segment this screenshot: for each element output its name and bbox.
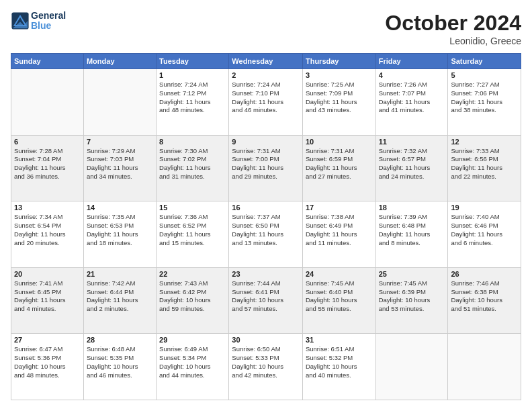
table-row: 16Sunrise: 7:37 AM Sunset: 6:50 PM Dayli… bbox=[229, 201, 303, 268]
day-number: 30 bbox=[232, 336, 300, 344]
table-row: 22Sunrise: 7:43 AM Sunset: 6:42 PM Dayli… bbox=[157, 267, 229, 334]
day-number: 16 bbox=[232, 203, 300, 212]
day-info: Sunrise: 7:35 AM Sunset: 6:53 PM Dayligh… bbox=[87, 213, 153, 247]
table-row: 17Sunrise: 7:38 AM Sunset: 6:49 PM Dayli… bbox=[302, 201, 375, 268]
day-number: 26 bbox=[451, 270, 518, 278]
day-info: Sunrise: 7:34 AM Sunset: 6:54 PM Dayligh… bbox=[14, 213, 81, 247]
day-info: Sunrise: 7:28 AM Sunset: 7:04 PM Dayligh… bbox=[14, 147, 81, 181]
day-info: Sunrise: 7:36 AM Sunset: 6:52 PM Dayligh… bbox=[159, 213, 226, 247]
day-info: Sunrise: 7:31 AM Sunset: 6:59 PM Dayligh… bbox=[306, 147, 373, 181]
table-row: 29Sunrise: 6:49 AM Sunset: 5:34 PM Dayli… bbox=[157, 334, 229, 400]
day-number: 2 bbox=[232, 71, 300, 79]
day-info: Sunrise: 7:42 AM Sunset: 6:44 PM Dayligh… bbox=[87, 279, 153, 314]
day-number: 8 bbox=[159, 138, 226, 146]
day-number: 22 bbox=[159, 270, 226, 278]
day-number: 13 bbox=[14, 203, 81, 212]
day-info: Sunrise: 7:26 AM Sunset: 7:07 PM Dayligh… bbox=[379, 81, 445, 115]
calendar-week-row: 13Sunrise: 7:34 AM Sunset: 6:54 PM Dayli… bbox=[11, 201, 521, 268]
day-info: Sunrise: 7:29 AM Sunset: 7:03 PM Dayligh… bbox=[87, 147, 153, 181]
day-number: 21 bbox=[87, 270, 153, 278]
calendar-week-row: 27Sunrise: 6:47 AM Sunset: 5:36 PM Dayli… bbox=[11, 334, 521, 400]
table-row: 6Sunrise: 7:28 AM Sunset: 7:04 PM Daylig… bbox=[11, 135, 84, 201]
table-row bbox=[375, 334, 448, 400]
day-number: 1 bbox=[159, 71, 226, 79]
day-number: 23 bbox=[232, 270, 300, 278]
table-row: 3Sunrise: 7:25 AM Sunset: 7:09 PM Daylig… bbox=[302, 69, 375, 136]
table-row bbox=[11, 69, 84, 136]
day-number: 11 bbox=[379, 138, 445, 146]
table-row: 7Sunrise: 7:29 AM Sunset: 7:03 PM Daylig… bbox=[83, 135, 156, 201]
day-number: 19 bbox=[451, 203, 518, 212]
table-row: 15Sunrise: 7:36 AM Sunset: 6:52 PM Dayli… bbox=[157, 201, 229, 268]
day-info: Sunrise: 7:38 AM Sunset: 6:49 PM Dayligh… bbox=[306, 213, 373, 247]
table-row: 21Sunrise: 7:42 AM Sunset: 6:44 PM Dayli… bbox=[83, 267, 156, 334]
day-info: Sunrise: 7:31 AM Sunset: 7:00 PM Dayligh… bbox=[232, 147, 300, 181]
day-info: Sunrise: 6:50 AM Sunset: 5:33 PM Dayligh… bbox=[232, 345, 300, 379]
day-number: 5 bbox=[451, 71, 518, 79]
table-row: 26Sunrise: 7:46 AM Sunset: 6:38 PM Dayli… bbox=[448, 267, 521, 334]
day-number: 24 bbox=[306, 270, 373, 278]
day-info: Sunrise: 6:48 AM Sunset: 5:35 PM Dayligh… bbox=[87, 345, 153, 379]
day-info: Sunrise: 7:32 AM Sunset: 6:57 PM Dayligh… bbox=[379, 147, 445, 181]
table-row: 20Sunrise: 7:41 AM Sunset: 6:45 PM Dayli… bbox=[11, 267, 84, 334]
day-number: 3 bbox=[306, 71, 373, 79]
day-number: 29 bbox=[159, 336, 226, 344]
day-number: 12 bbox=[451, 138, 518, 146]
col-monday: Monday bbox=[83, 54, 156, 69]
day-number: 17 bbox=[306, 203, 373, 212]
day-info: Sunrise: 7:44 AM Sunset: 6:41 PM Dayligh… bbox=[232, 279, 300, 314]
table-row: 14Sunrise: 7:35 AM Sunset: 6:53 PM Dayli… bbox=[83, 201, 156, 268]
table-row: 2Sunrise: 7:24 AM Sunset: 7:10 PM Daylig… bbox=[229, 69, 303, 136]
table-row: 24Sunrise: 7:45 AM Sunset: 6:40 PM Dayli… bbox=[302, 267, 375, 334]
day-info: Sunrise: 7:41 AM Sunset: 6:45 PM Dayligh… bbox=[14, 279, 81, 314]
table-row: 13Sunrise: 7:34 AM Sunset: 6:54 PM Dayli… bbox=[11, 201, 84, 268]
day-info: Sunrise: 7:40 AM Sunset: 6:46 PM Dayligh… bbox=[451, 213, 518, 247]
day-number: 14 bbox=[87, 203, 153, 212]
calendar-week-row: 1Sunrise: 7:24 AM Sunset: 7:12 PM Daylig… bbox=[11, 69, 521, 136]
logo: General Blue bbox=[11, 11, 66, 32]
table-row: 8Sunrise: 7:30 AM Sunset: 7:02 PM Daylig… bbox=[157, 135, 229, 201]
title-block: October 2024 Leonidio, Greece bbox=[385, 11, 521, 46]
day-info: Sunrise: 7:43 AM Sunset: 6:42 PM Dayligh… bbox=[159, 279, 226, 314]
table-row: 18Sunrise: 7:39 AM Sunset: 6:48 PM Dayli… bbox=[375, 201, 448, 268]
col-thursday: Thursday bbox=[302, 54, 375, 69]
day-number: 27 bbox=[14, 336, 81, 344]
day-info: Sunrise: 6:49 AM Sunset: 5:34 PM Dayligh… bbox=[159, 345, 226, 379]
table-row bbox=[83, 69, 156, 136]
day-info: Sunrise: 7:24 AM Sunset: 7:12 PM Dayligh… bbox=[159, 81, 226, 115]
day-number: 31 bbox=[306, 336, 373, 344]
calendar-week-row: 6Sunrise: 7:28 AM Sunset: 7:04 PM Daylig… bbox=[11, 135, 521, 201]
day-info: Sunrise: 7:27 AM Sunset: 7:06 PM Dayligh… bbox=[451, 81, 518, 115]
day-number: 25 bbox=[379, 270, 445, 278]
calendar: Sunday Monday Tuesday Wednesday Thursday… bbox=[11, 53, 521, 400]
table-row bbox=[448, 334, 521, 400]
day-number: 6 bbox=[14, 138, 81, 146]
day-info: Sunrise: 7:30 AM Sunset: 7:02 PM Dayligh… bbox=[159, 147, 226, 181]
day-number: 20 bbox=[14, 270, 81, 278]
table-row: 4Sunrise: 7:26 AM Sunset: 7:07 PM Daylig… bbox=[375, 69, 448, 136]
table-row: 23Sunrise: 7:44 AM Sunset: 6:41 PM Dayli… bbox=[229, 267, 303, 334]
table-row: 28Sunrise: 6:48 AM Sunset: 5:35 PM Dayli… bbox=[83, 334, 156, 400]
page: General Blue October 2024 Leonidio, Gree… bbox=[0, 0, 532, 411]
table-row: 31Sunrise: 6:51 AM Sunset: 5:32 PM Dayli… bbox=[302, 334, 375, 400]
day-info: Sunrise: 6:47 AM Sunset: 5:36 PM Dayligh… bbox=[14, 345, 81, 379]
table-row: 27Sunrise: 6:47 AM Sunset: 5:36 PM Dayli… bbox=[11, 334, 84, 400]
table-row: 19Sunrise: 7:40 AM Sunset: 6:46 PM Dayli… bbox=[448, 201, 521, 268]
month-title: October 2024 bbox=[385, 11, 521, 36]
header: General Blue October 2024 Leonidio, Gree… bbox=[11, 11, 521, 46]
day-number: 4 bbox=[379, 71, 445, 79]
day-number: 7 bbox=[87, 138, 153, 146]
table-row: 25Sunrise: 7:45 AM Sunset: 6:39 PM Dayli… bbox=[375, 267, 448, 334]
day-info: Sunrise: 7:45 AM Sunset: 6:39 PM Dayligh… bbox=[379, 279, 445, 314]
day-info: Sunrise: 7:37 AM Sunset: 6:50 PM Dayligh… bbox=[232, 213, 300, 247]
table-row: 10Sunrise: 7:31 AM Sunset: 6:59 PM Dayli… bbox=[302, 135, 375, 201]
table-row: 12Sunrise: 7:33 AM Sunset: 6:56 PM Dayli… bbox=[448, 135, 521, 201]
col-friday: Friday bbox=[375, 54, 448, 69]
col-saturday: Saturday bbox=[448, 54, 521, 69]
col-sunday: Sunday bbox=[11, 54, 84, 69]
day-number: 15 bbox=[159, 203, 226, 212]
day-info: Sunrise: 7:45 AM Sunset: 6:40 PM Dayligh… bbox=[306, 279, 373, 314]
logo-text: General Blue bbox=[31, 11, 66, 32]
day-number: 28 bbox=[87, 336, 153, 344]
table-row: 5Sunrise: 7:27 AM Sunset: 7:06 PM Daylig… bbox=[448, 69, 521, 136]
